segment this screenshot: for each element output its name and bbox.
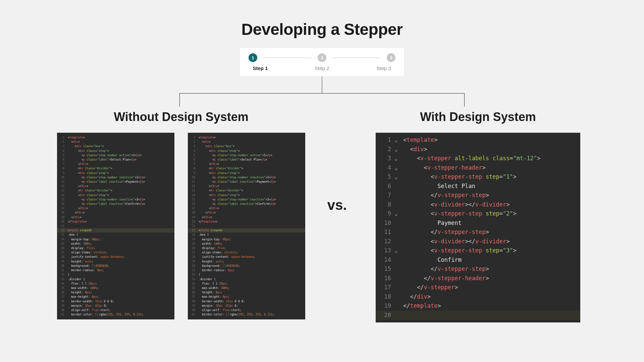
step-1-label: Step 1 (249, 65, 272, 71)
step-3-label: Step 3 (372, 65, 395, 71)
code-editor-with-ds: 1⌄<template>2⌄ <div>3⌄ <v-stepper alt-la… (376, 133, 580, 322)
stepper-labels-row: Step 1 Step 2 Step 3 (249, 65, 395, 71)
code-editor-without-ds-b: 1<template>2 <div>3 <div class="box">4 <… (188, 133, 305, 319)
left-heading: Without Design System (114, 110, 249, 124)
page-title: Developing a Stepper (0, 0, 644, 39)
step-divider (263, 58, 312, 58)
stepper-component: 1 2 3 Step 1 Step 2 Step 3 (240, 48, 404, 76)
stepper-circles-row: 1 2 3 (249, 53, 395, 62)
step-2-label: Step 2 (310, 65, 334, 71)
code-editor-without-ds-a: 1<template>2 <div>3 <div class="box">4 <… (57, 133, 174, 319)
vs-label: vs. (327, 197, 347, 213)
bracket-connector (179, 76, 465, 107)
step-divider (332, 58, 381, 58)
step-2-circle: 2 (318, 53, 326, 62)
step-1-circle: 1 (249, 53, 257, 62)
right-heading: With Design System (420, 110, 536, 124)
step-3-circle: 3 (387, 53, 395, 62)
